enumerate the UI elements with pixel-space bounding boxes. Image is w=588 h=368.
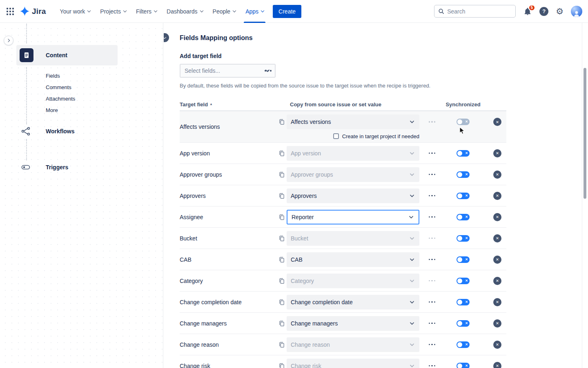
row-select[interactable]: CAB xyxy=(287,252,419,267)
settings-button[interactable]: ⚙ xyxy=(556,7,564,16)
create-in-target-checkbox[interactable] xyxy=(333,133,339,139)
target-field-select[interactable]: Select fields... xyxy=(180,64,276,78)
dotted-connector xyxy=(26,24,27,43)
sync-toggle[interactable]: ✕ xyxy=(457,235,470,242)
nav-item-apps[interactable]: Apps xyxy=(241,0,269,23)
copy-icon[interactable] xyxy=(278,341,287,348)
sync-toggle[interactable]: ✕ xyxy=(457,341,470,348)
node-content[interactable]: Content xyxy=(16,45,118,65)
toggle-knob xyxy=(457,236,462,241)
scrollbar-track[interactable] xyxy=(582,23,588,368)
row-select[interactable]: Affects versions xyxy=(287,114,419,129)
remove-field-button[interactable]: ✕ xyxy=(493,362,501,368)
row-more-button[interactable] xyxy=(427,361,437,368)
remove-field-button[interactable]: ✕ xyxy=(493,213,501,221)
row-label: Category xyxy=(180,278,278,284)
sidebar-item-more[interactable]: More xyxy=(46,107,58,113)
row-select[interactable]: App version xyxy=(287,146,419,161)
copy-icon[interactable] xyxy=(278,320,287,327)
collapse-section-button[interactable] xyxy=(164,33,169,42)
jira-logo[interactable]: Jira xyxy=(20,6,46,16)
chevron-down-icon xyxy=(409,235,415,242)
sync-toggle[interactable]: ✕ xyxy=(457,214,470,220)
copy-icon[interactable] xyxy=(278,278,287,284)
sidebar-item-comments[interactable]: Comments xyxy=(46,84,71,90)
node-triggers[interactable]: Triggers xyxy=(46,164,68,171)
jira-logo-text: Jira xyxy=(32,7,46,16)
copy-icon[interactable] xyxy=(278,256,287,263)
nav-item-filters[interactable]: Filters xyxy=(131,0,162,23)
header-target-field[interactable]: Target field ▲ xyxy=(180,101,278,108)
row-more-button[interactable] xyxy=(427,212,437,222)
row-more-button[interactable] xyxy=(427,254,437,265)
copy-icon[interactable] xyxy=(278,171,287,178)
row-select[interactable]: Category xyxy=(287,274,419,288)
nav-item-projects[interactable]: Projects xyxy=(95,0,131,23)
copy-icon[interactable] xyxy=(278,150,287,157)
expand-panel-button[interactable] xyxy=(4,36,13,45)
remove-field-button[interactable]: ✕ xyxy=(493,149,501,157)
sync-toggle[interactable]: ✕ xyxy=(457,278,470,284)
search-input[interactable] xyxy=(447,8,512,15)
row-more-button[interactable] xyxy=(427,148,437,159)
gear-icon: ⚙ xyxy=(556,7,564,16)
sync-toggle[interactable]: ✕ xyxy=(457,320,470,327)
sync-toggle[interactable]: ✕ xyxy=(457,150,470,157)
row-select[interactable]: Change reason xyxy=(287,337,419,352)
remove-field-button[interactable]: ✕ xyxy=(493,234,501,242)
copy-icon[interactable] xyxy=(278,214,287,220)
row-more-button[interactable] xyxy=(427,339,437,350)
row-select[interactable]: Approvers xyxy=(287,188,419,203)
search-box[interactable] xyxy=(434,5,516,18)
row-select[interactable]: Change managers xyxy=(287,316,419,331)
notifications-button[interactable]: 5 xyxy=(523,7,532,16)
copy-icon[interactable] xyxy=(278,363,287,368)
nav-item-your-work[interactable]: Your work xyxy=(55,0,96,23)
row-select[interactable]: Reporter xyxy=(287,210,419,224)
row-select-value: Change completion date xyxy=(291,299,353,305)
sync-toggle[interactable]: ✕ xyxy=(457,256,470,263)
row-more-button[interactable] xyxy=(427,191,437,201)
nav-item-people[interactable]: People xyxy=(208,0,241,23)
chevron-down-icon xyxy=(233,9,236,12)
remove-field-button[interactable]: ✕ xyxy=(493,319,501,328)
remove-field-button[interactable]: ✕ xyxy=(493,256,501,264)
remove-field-button[interactable]: ✕ xyxy=(493,298,501,306)
copy-icon[interactable] xyxy=(278,193,287,199)
copy-icon[interactable] xyxy=(278,299,287,305)
sidebar-item-attachments[interactable]: Attachments xyxy=(46,96,75,102)
node-workflows[interactable]: Workflows xyxy=(46,128,75,135)
row-select[interactable]: Change risk xyxy=(287,359,419,368)
row-select[interactable]: Bucket xyxy=(287,231,419,246)
copy-icon[interactable] xyxy=(278,235,287,242)
row-more-button[interactable] xyxy=(427,276,437,286)
row-more-button[interactable] xyxy=(427,297,437,307)
sync-toggle[interactable]: ✕ xyxy=(457,193,470,199)
sidebar-item-fields[interactable]: Fields xyxy=(46,73,60,79)
row-select[interactable]: Approver groups xyxy=(287,167,419,182)
row-more-button[interactable] xyxy=(427,117,437,127)
row-more-button[interactable] xyxy=(427,233,437,244)
sync-toggle[interactable]: ✕ xyxy=(457,363,470,368)
more-options-button[interactable] xyxy=(263,65,273,76)
row-more-button[interactable] xyxy=(427,169,437,180)
remove-field-button[interactable]: ✕ xyxy=(493,118,501,126)
remove-field-button[interactable]: ✕ xyxy=(493,171,501,179)
sync-toggle[interactable]: ✕ xyxy=(457,119,470,125)
avatar[interactable] xyxy=(571,6,582,17)
sync-toggle[interactable]: ✕ xyxy=(457,299,470,305)
row-select[interactable]: Change completion date xyxy=(287,295,419,310)
app-switcher-button[interactable] xyxy=(7,8,14,15)
sync-toggle[interactable]: ✕ xyxy=(457,171,470,178)
create-button[interactable]: Create xyxy=(273,5,301,18)
nav-item-dashboards[interactable]: Dashboards xyxy=(162,0,208,23)
help-button[interactable]: ? xyxy=(539,7,548,16)
remove-field-button[interactable]: ✕ xyxy=(493,192,501,200)
copy-icon[interactable] xyxy=(278,119,287,125)
remove-field-button[interactable]: ✕ xyxy=(493,277,501,285)
scrollbar-thumb[interactable] xyxy=(584,68,586,199)
chevron-down-icon xyxy=(200,9,203,12)
row-more-button[interactable] xyxy=(427,318,437,329)
chevron-down-icon xyxy=(409,171,415,178)
remove-field-button[interactable]: ✕ xyxy=(493,341,501,349)
